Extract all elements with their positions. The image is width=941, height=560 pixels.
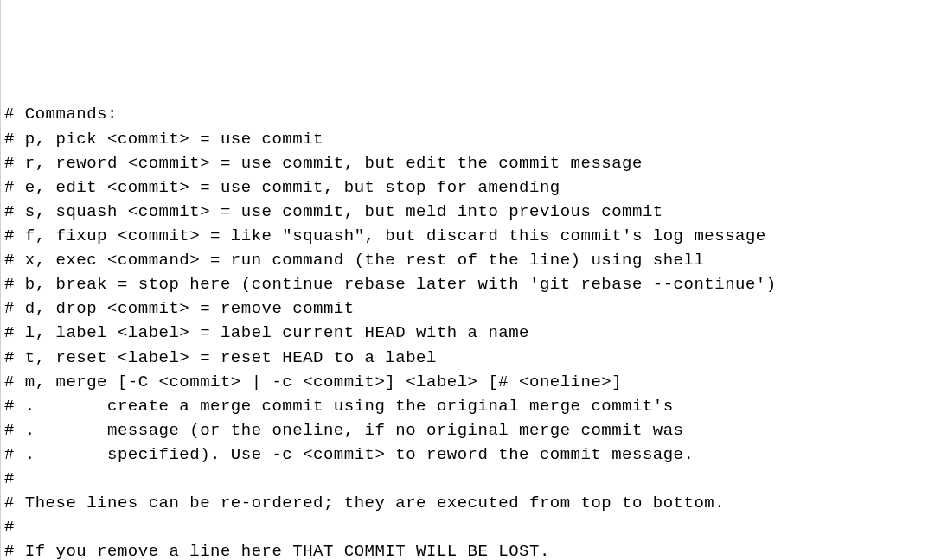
comment-line: # l, label <label> = label current HEAD … [4,321,938,345]
comment-line: # . specified). Use -c <commit> to rewor… [4,442,938,467]
comment-line: # Commands: [4,102,938,126]
comment-line: # [4,467,938,491]
comment-line: # s, squash <commit> = use commit, but m… [4,200,938,224]
comment-line: # If you remove a line here THAT COMMIT … [4,539,938,560]
comment-line: # . create a merge commit using the orig… [4,394,938,418]
comment-line: # x, exec <command> = run command (the r… [4,248,938,272]
comment-line: # [4,515,938,539]
comment-line: # These lines can be re-ordered; they ar… [4,491,938,515]
comment-line: # r, reword <commit> = use commit, but e… [4,151,938,175]
comment-line: # f, fixup <commit> = like "squash", but… [4,224,938,248]
git-rebase-help-text: # Commands:# p, pick <commit> = use comm… [4,102,938,560]
comment-line: # d, drop <commit> = remove commit [4,296,938,321]
comment-line: # b, break = stop here (continue rebase … [4,272,938,296]
comment-line: # . message (or the oneline, if no origi… [4,418,938,442]
comment-line: # t, reset <label> = reset HEAD to a lab… [4,346,938,370]
comment-line: # e, edit <commit> = use commit, but sto… [4,175,938,200]
comment-line: # p, pick <commit> = use commit [4,127,938,151]
comment-line: # m, merge [-C <commit> | -c <commit>] <… [4,370,938,394]
